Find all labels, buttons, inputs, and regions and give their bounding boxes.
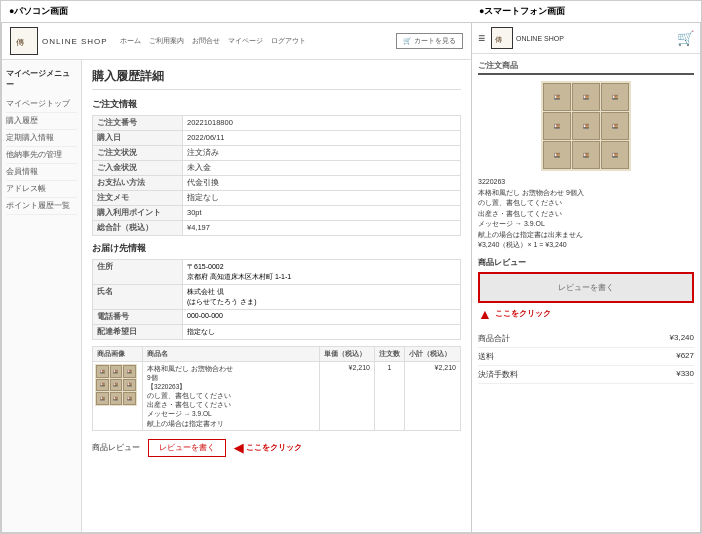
pc-section-header: ●パソコン画面: [9, 5, 479, 18]
pc-logo-text: ONLINE SHOP: [42, 37, 108, 46]
click-here-indicator-pc: ◀ ここをクリック: [234, 441, 302, 455]
table-row: 氏名 株式会社 倶 (はらせてたろう さま): [93, 285, 461, 310]
product-price: ¥2,210: [320, 362, 375, 430]
grid-cell: 🍱: [96, 392, 109, 405]
hamburger-icon[interactable]: ≡: [478, 31, 485, 45]
sp-grid-cell: 🍱: [601, 83, 629, 111]
sidebar-item-subscription[interactable]: 定期購入情報: [6, 130, 77, 147]
points-label: 購入利用ポイント: [93, 206, 183, 221]
table-row: 購入日 2022/06/11: [93, 131, 461, 146]
table-row: 注文メモ 指定なし: [93, 191, 461, 206]
nav-contact[interactable]: お問合せ: [192, 36, 220, 46]
order-num-value: 20221018800: [183, 116, 461, 131]
sp-product-grid: 🍱 🍱 🍱 🍱 🍱 🍱 🍱 🍱 🍱: [541, 81, 631, 171]
pc-body: マイページメニュー マイページトップ 購入履歴 定期購入情報 他納事先の管理 会…: [2, 60, 471, 532]
col-qty: 注文数: [375, 347, 405, 361]
sp-grid-cell: 🍱: [543, 141, 571, 169]
sidebar-item-points[interactable]: ポイント履歴一覧: [6, 198, 77, 215]
sp-product-info: 3220263 本格和風だし お惣物合わせ 9個入 のし置、書包してください 出…: [478, 177, 694, 251]
phone-label: 電話番号: [93, 310, 183, 325]
grid-cell: 🍱: [123, 365, 136, 378]
product-grid: 🍱 🍱 🍱 🍱 🍱 🍱 🍱 🍱 🍱: [95, 364, 137, 406]
product-section: 商品画像 商品名 単価（税込） 注文数 小計（税込） 🍱 🍱: [92, 346, 461, 431]
table-row: ご入金状況 未入金: [93, 161, 461, 176]
click-here-indicator-sp: ▲ ここをクリック: [478, 306, 694, 322]
product-total-label: 商品合計: [478, 333, 510, 344]
table-row: ご注文状況 注文済み: [93, 146, 461, 161]
sp-total-row-product: 商品合計 ¥3,240: [478, 330, 694, 348]
product-row: 🍱 🍱 🍱 🍱 🍱 🍱 🍱 🍱 🍱: [92, 362, 461, 431]
pc-cart-button[interactable]: 🛒 カートを見る: [396, 33, 463, 49]
payment-method-value: 代金引換: [183, 176, 461, 191]
pc-logo: 傳 ONLINE SHOP: [10, 27, 108, 55]
payment-status-label: ご入金状況: [93, 161, 183, 176]
total-value: ¥4,197: [183, 221, 461, 236]
delivery-date-label: 配達希望日: [93, 325, 183, 340]
sp-body: ご注文商品 🍱 🍱 🍱 🍱 🍱 🍱 🍱 🍱 🍱: [472, 54, 700, 532]
order-info-table: ご注文番号 20221018800 購入日 2022/06/11 ご注文状況 注…: [92, 115, 461, 236]
delivery-date-value: 指定なし: [183, 325, 461, 340]
sidebar-item-history[interactable]: 購入履歴: [6, 113, 77, 130]
nav-mypage[interactable]: マイページ: [228, 36, 263, 46]
product-table-header: 商品画像 商品名 単価（税込） 注文数 小計（税込）: [92, 346, 461, 362]
total-label: 総合計（税込）: [93, 221, 183, 236]
name-value: 株式会社 倶 (はらせてたろう さま): [183, 285, 461, 310]
cart-icon[interactable]: 🛒: [677, 30, 694, 46]
table-row: ご注文番号 20221018800: [93, 116, 461, 131]
product-qty: 1: [375, 362, 405, 430]
sp-section: ≡ 傳 ONLINE SHOP 🛒 ご注文商品 🍱: [472, 23, 700, 532]
payment-method-label: お支払い方法: [93, 176, 183, 191]
address-label: 住所: [93, 260, 183, 285]
sidebar-item-account[interactable]: 会員情報: [6, 164, 77, 181]
sp-product-image: 🍱 🍱 🍱 🍱 🍱 🍱 🍱 🍱 🍱: [478, 81, 694, 171]
memo-label: 注文メモ: [93, 191, 183, 206]
nav-home[interactable]: ホーム: [120, 36, 141, 46]
svg-text:傳: 傳: [494, 36, 502, 44]
sp-total-row-shipping: 送料 ¥627: [478, 348, 694, 366]
click-here-text-sp: ここをクリック: [495, 308, 551, 319]
grid-cell: 🍱: [110, 365, 123, 378]
table-row: 配達希望日 指定なし: [93, 325, 461, 340]
sp-section-header: ●スマートフォン画面: [479, 5, 693, 18]
table-row: 総合計（税込） ¥4,197: [93, 221, 461, 236]
pc-section: 傳 ONLINE SHOP ホーム ご利用案内 お問合せ マイページ ログアウト…: [2, 23, 472, 532]
sp-totals: 商品合計 ¥3,240 送料 ¥627 決済手数料 ¥330: [478, 330, 694, 384]
shipping-label: 送料: [478, 351, 494, 362]
review-button-sp[interactable]: レビューを書く: [478, 272, 694, 303]
product-name: 本格和風だし お惣物合わせ 9個 【3220263】 のし置、書包してください …: [143, 362, 320, 430]
grid-cell: 🍱: [123, 392, 136, 405]
fee-value: ¥330: [676, 369, 694, 380]
review-label-pc: 商品レビュー: [92, 442, 140, 453]
sidebar-item-address[interactable]: アドレス帳: [6, 181, 77, 198]
up-arrow-icon: ▲: [478, 306, 492, 322]
product-subtotal: ¥2,210: [405, 362, 460, 430]
sp-grid-cell: 🍱: [572, 112, 600, 140]
sp-grid-cell: 🍱: [543, 83, 571, 111]
payment-status-value: 未入金: [183, 161, 461, 176]
nav-guide[interactable]: ご利用案内: [149, 36, 184, 46]
sp-grid-cell: 🍱: [572, 83, 600, 111]
sp-order-label: ご注文商品: [478, 60, 694, 75]
pc-sidebar: マイページメニュー マイページトップ 購入履歴 定期購入情報 他納事先の管理 会…: [2, 60, 82, 532]
sidebar-title: マイページメニュー: [6, 68, 77, 90]
shipping-value: ¥627: [676, 351, 694, 362]
delivery-info-table: 住所 〒615-0002 京都府 高知道床木区木村町 1-1-1 氏名 株式会社…: [92, 259, 461, 340]
grid-cell: 🍱: [110, 379, 123, 392]
grid-cell: 🍱: [110, 392, 123, 405]
review-button-pc[interactable]: レビューを書く: [148, 439, 226, 457]
grid-cell: 🍱: [123, 379, 136, 392]
sp-review-label: 商品レビュー: [478, 257, 694, 268]
sp-total-row-fee: 決済手数料 ¥330: [478, 366, 694, 384]
grid-cell: 🍱: [96, 365, 109, 378]
sp-grid-cell: 🍱: [543, 112, 571, 140]
table-row: 電話番号 000-00-000: [93, 310, 461, 325]
product-image: 🍱 🍱 🍱 🍱 🍱 🍱 🍱 🍱 🍱: [93, 362, 143, 430]
pc-header: 傳 ONLINE SHOP ホーム ご利用案内 お問合せ マイページ ログアウト…: [2, 23, 471, 60]
order-info-label: ご注文情報: [92, 98, 461, 111]
sp-header: ≡ 傳 ONLINE SHOP 🛒: [472, 23, 700, 54]
sidebar-item-delivery[interactable]: 他納事先の管理: [6, 147, 77, 164]
sidebar-item-top[interactable]: マイページトップ: [6, 96, 77, 113]
table-row: 購入利用ポイント 30pt: [93, 206, 461, 221]
grid-cell: 🍱: [96, 379, 109, 392]
nav-logout[interactable]: ログアウト: [271, 36, 306, 46]
